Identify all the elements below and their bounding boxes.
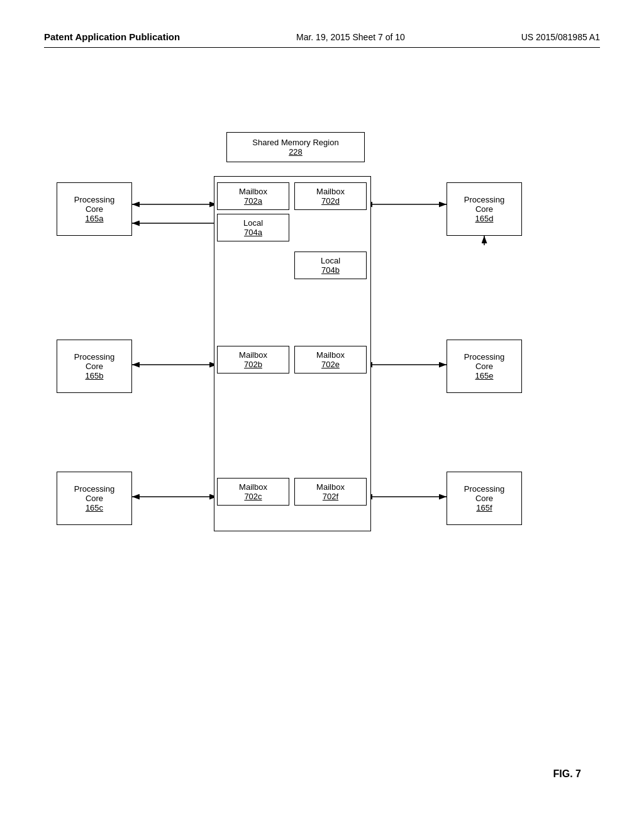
pc-165a-line1: Processing: [74, 195, 114, 204]
diagram: Shared Memory Region 228 Processing Core…: [57, 126, 597, 597]
pc-165d-line3: 165d: [475, 214, 494, 223]
mb-702d-num: 702d: [297, 196, 364, 206]
processing-core-165b: Processing Core 165b: [57, 340, 132, 393]
local-704a: Local 704a: [217, 214, 289, 241]
mb-702c-num: 702c: [220, 492, 286, 501]
local-704b-label: Local: [297, 256, 364, 265]
pc-165d-line2: Core: [475, 204, 493, 214]
mailbox-702a: Mailbox 702a: [217, 182, 289, 210]
local-704a-num: 704a: [220, 228, 286, 237]
mb-702f-label: Mailbox: [297, 482, 364, 492]
mb-702d-label: Mailbox: [297, 187, 364, 196]
pc-165f-line2: Core: [475, 494, 493, 503]
shared-memory-region-box: Shared Memory Region 228: [226, 132, 365, 162]
pc-165c-line3: 165c: [86, 503, 103, 512]
pc-165e-line1: Processing: [464, 352, 504, 362]
pc-165e-line2: Core: [475, 362, 493, 371]
pc-165a-line3: 165a: [86, 214, 104, 223]
smr-label: Shared Memory Region: [252, 138, 338, 147]
mailbox-702d: Mailbox 702d: [294, 182, 367, 210]
pc-165e-line3: 165e: [475, 371, 494, 380]
pc-165c-line1: Processing: [74, 484, 114, 494]
mb-702c-label: Mailbox: [220, 482, 286, 492]
processing-core-165f: Processing Core 165f: [447, 472, 522, 525]
mb-702a-num: 702a: [220, 196, 286, 206]
mailbox-702c: Mailbox 702c: [217, 478, 289, 506]
local-704a-label: Local: [220, 218, 286, 228]
mailbox-702e: Mailbox 702e: [294, 346, 367, 374]
pc-165b-line3: 165b: [86, 371, 104, 380]
pc-165f-line3: 165f: [476, 503, 492, 512]
mailbox-702f: Mailbox 702f: [294, 478, 367, 506]
pc-165c-line2: Core: [86, 494, 103, 503]
mb-702e-num: 702e: [297, 360, 364, 369]
processing-core-165d: Processing Core 165d: [447, 182, 522, 236]
mb-702f-num: 702f: [297, 492, 364, 501]
pc-165d-line1: Processing: [464, 195, 504, 204]
processing-core-165e: Processing Core 165e: [447, 340, 522, 393]
pc-165b-line1: Processing: [74, 352, 114, 362]
smr-number: 228: [289, 147, 303, 157]
page-header: Patent Application Publication Mar. 19, …: [44, 31, 600, 48]
pc-165f-line1: Processing: [464, 484, 504, 494]
figure-label: FIG. 7: [553, 768, 581, 780]
mb-702e-label: Mailbox: [297, 350, 364, 360]
local-704b-num: 704b: [297, 265, 364, 275]
mb-702b-label: Mailbox: [220, 350, 286, 360]
pc-165a-line2: Core: [86, 204, 103, 214]
pc-165b-line2: Core: [86, 362, 103, 371]
header-patent-number: US 2015/081985 A1: [521, 32, 600, 42]
mailbox-702b: Mailbox 702b: [217, 346, 289, 374]
header-publication-title: Patent Application Publication: [44, 31, 180, 42]
processing-core-165c: Processing Core 165c: [57, 472, 132, 525]
mb-702a-label: Mailbox: [220, 187, 286, 196]
local-704b: Local 704b: [294, 252, 367, 279]
processing-core-165a: Processing Core 165a: [57, 182, 132, 236]
header-date-sheet: Mar. 19, 2015 Sheet 7 of 10: [296, 32, 405, 42]
mb-702b-num: 702b: [220, 360, 286, 369]
